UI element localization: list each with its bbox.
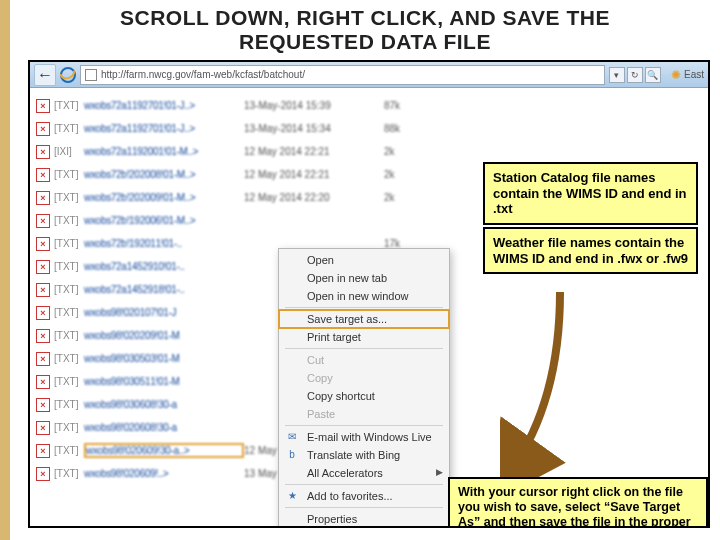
menu-item-label: Properties xyxy=(307,513,357,525)
browser-window: ← http://farm.nwcg.gov/fam-web/kcfast/ba… xyxy=(28,60,710,528)
search-icon[interactable]: 🔍 xyxy=(645,67,661,83)
file-name-link[interactable]: wxobs98!020609!30-a..> xyxy=(84,443,244,458)
broken-image-icon: × xyxy=(36,352,50,366)
menu-item-icon: ★ xyxy=(285,490,299,504)
broken-image-icon: × xyxy=(36,168,50,182)
file-name-link[interactable]: wxobs98!020209!01-M xyxy=(84,330,244,341)
menu-separator xyxy=(285,425,443,426)
menu-item[interactable]: All Accelerators▶ xyxy=(279,464,449,482)
file-name-link[interactable]: wxobs72a1192001!01-M..> xyxy=(84,146,244,157)
broken-image-icon: × xyxy=(36,99,50,113)
file-type-label: [IXI] xyxy=(54,146,84,157)
file-type-label: [TXT] xyxy=(54,422,84,433)
menu-item[interactable]: Properties xyxy=(279,510,449,528)
file-row[interactable]: ×[TXT]wxobs72a1192701!01-J..>13-May-2014… xyxy=(30,94,708,117)
url-text: http://farm.nwcg.gov/fam-web/kcfast/batc… xyxy=(101,69,305,80)
broken-image-icon: × xyxy=(36,421,50,435)
page-icon xyxy=(85,69,97,81)
broken-image-icon: × xyxy=(36,467,50,481)
submenu-arrow-icon: ▶ xyxy=(436,467,443,477)
dropdown-icon[interactable]: ▾ xyxy=(609,67,625,83)
broken-image-icon: × xyxy=(36,145,50,159)
menu-item: Copy xyxy=(279,369,449,387)
menu-item-label: Copy xyxy=(307,372,333,384)
back-button[interactable]: ← xyxy=(34,64,56,86)
file-name-link[interactable]: wxobs72a1452918!01-.. xyxy=(84,284,244,295)
menu-item-label: Save target as... xyxy=(307,313,387,325)
file-name-link[interactable]: wxobs98!030511!01-M xyxy=(84,376,244,387)
file-name-link[interactable]: wxobs72a1192701!01-J..> xyxy=(84,100,244,111)
broken-image-icon: × xyxy=(36,260,50,274)
menu-item-label: Add to favorites... xyxy=(307,490,393,502)
menu-item[interactable]: bTranslate with Bing xyxy=(279,446,449,464)
menu-item[interactable]: Print target xyxy=(279,328,449,346)
file-size: 2k xyxy=(384,169,434,180)
file-type-label: [TXT] xyxy=(54,353,84,364)
broken-image-icon: × xyxy=(36,283,50,297)
file-type-label: [TXT] xyxy=(54,399,84,410)
menu-item[interactable]: Save target as... xyxy=(279,310,449,328)
file-row[interactable]: ×[IXI]wxobs72a1192001!01-M..>12 May 2014… xyxy=(30,140,708,163)
file-name-link[interactable]: wxobs98!020609!..> xyxy=(84,468,244,479)
file-date: 12 May 2014 22:21 xyxy=(244,169,384,180)
menu-item[interactable]: Copy shortcut xyxy=(279,387,449,405)
file-date: 13-May-2014 15:39 xyxy=(244,100,384,111)
toolbar-buttons: ▾ ↻ 🔍 xyxy=(609,67,661,83)
file-name-link[interactable]: wxobs72b!202008!01-M..> xyxy=(84,169,244,180)
menu-item-label: E-mail with Windows Live xyxy=(307,431,432,443)
broken-image-icon: × xyxy=(36,306,50,320)
file-date: 12 May 2014 22:21 xyxy=(244,146,384,157)
file-date: 12 May 2014 22:20 xyxy=(244,192,384,203)
browser-toolbar: ← http://farm.nwcg.gov/fam-web/kcfast/ba… xyxy=(30,62,708,88)
file-row[interactable]: ×[TXT]wxobs72a1192701!01-J..>13-May-2014… xyxy=(30,117,708,140)
file-type-label: [TXT] xyxy=(54,376,84,387)
menu-item-label: Copy shortcut xyxy=(307,390,375,402)
file-type-label: [TXT] xyxy=(54,330,84,341)
file-date: 13-May-2014 15:34 xyxy=(244,123,384,134)
menu-item[interactable]: Open in new tab xyxy=(279,269,449,287)
file-type-label: [TXT] xyxy=(54,468,84,479)
page-title: SCROLL DOWN, RIGHT CLICK, AND SAVE THE R… xyxy=(10,0,720,60)
file-name-link[interactable]: wxobs98!030608!30-a xyxy=(84,399,244,410)
file-type-label: [TXT] xyxy=(54,100,84,111)
menu-item[interactable]: Open in new window xyxy=(279,287,449,305)
file-name-link[interactable]: wxobs72b!202009!01-M..> xyxy=(84,192,244,203)
file-name-link[interactable]: wxobs72a1452910!01-.. xyxy=(84,261,244,272)
menu-item-label: Translate with Bing xyxy=(307,449,400,461)
address-bar[interactable]: http://farm.nwcg.gov/fam-web/kcfast/batc… xyxy=(80,65,605,85)
broken-image-icon: × xyxy=(36,191,50,205)
menu-item[interactable]: ✉E-mail with Windows Live xyxy=(279,428,449,446)
menu-item-icon: b xyxy=(285,449,299,463)
menu-item[interactable]: Open xyxy=(279,251,449,269)
file-size: 2k xyxy=(384,192,434,203)
menu-item-label: Open in new tab xyxy=(307,272,387,284)
file-name-link[interactable]: wxobs98!020608!30-a xyxy=(84,422,244,433)
broken-image-icon: × xyxy=(36,214,50,228)
file-name-link[interactable]: wxobs98!030503!01-M xyxy=(84,353,244,364)
menu-separator xyxy=(285,307,443,308)
refresh-icon[interactable]: ↻ xyxy=(627,67,643,83)
file-name-link[interactable]: wxobs98!020107!01-J xyxy=(84,307,244,318)
menu-item-label: Open xyxy=(307,254,334,266)
file-type-label: [TXT] xyxy=(54,307,84,318)
file-name-link[interactable]: wxobs72b!192011!01-.. xyxy=(84,238,244,249)
menu-separator xyxy=(285,348,443,349)
file-name-link[interactable]: wxobs72a1192701!01-J..> xyxy=(84,123,244,134)
compass-icon: ✺ xyxy=(671,68,681,82)
callout-station-catalog: Station Catalog file names contain the W… xyxy=(483,162,698,225)
ie-icon xyxy=(60,67,76,83)
file-type-label: [TXT] xyxy=(54,284,84,295)
broken-image-icon: × xyxy=(36,329,50,343)
menu-separator xyxy=(285,484,443,485)
file-type-label: [TXT] xyxy=(54,123,84,134)
broken-image-icon: × xyxy=(36,375,50,389)
callout-instructions: With your cursor right click on the file… xyxy=(448,477,708,528)
east-label: East xyxy=(684,69,704,80)
broken-image-icon: × xyxy=(36,398,50,412)
file-name-link[interactable]: wxobs72b!192006!01-M..> xyxy=(84,215,244,226)
menu-item[interactable]: ★Add to favorites... xyxy=(279,487,449,505)
menu-item-label: Paste xyxy=(307,408,335,420)
menu-item: Cut xyxy=(279,351,449,369)
menu-item-label: All Accelerators xyxy=(307,467,383,479)
file-type-label: [TXT] xyxy=(54,215,84,226)
